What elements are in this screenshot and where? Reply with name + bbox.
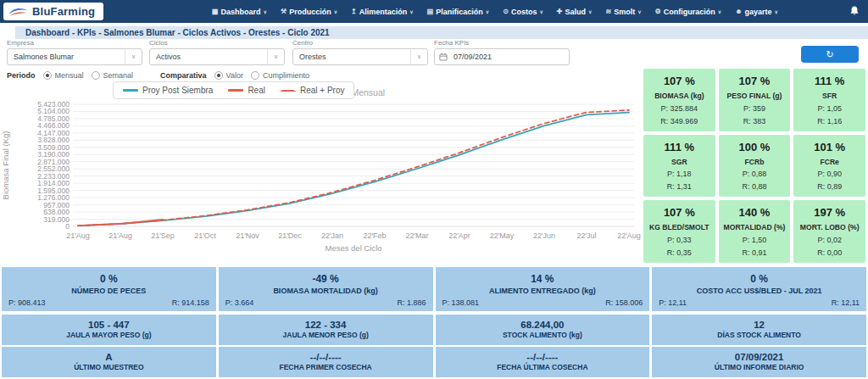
production-icon: ⚒ (281, 8, 287, 15)
summary-numero-de-peces: 0 %NÚMERO DE PECESP: 908.413R: 914.158 (2, 267, 216, 311)
summary-fecha-primer-cosecha: --/--/----FECHA PRIMER COSECHA (219, 347, 433, 377)
brand-logo[interactable]: BluFarming (3, 3, 103, 20)
chevron-down-icon: ∨ (486, 8, 489, 14)
summary-stock-alimento: 68.244,00STOCK ALIMENTO (kg) (436, 315, 650, 345)
periodo-group-label: Periodo (7, 71, 36, 80)
legend-proy-post-siembra[interactable]: Proy Post Siembra (123, 86, 213, 95)
top-navbar: BluFarming ▦Dashboard∨ ⚒Producción∨ ↥Ali… (0, 0, 868, 23)
chevron-down-icon: ∨ (588, 8, 592, 14)
kpi-card-kg-bled-smolt: 107 %KG BLED/SMOLTP: 0,33R: 0,35 (643, 200, 715, 263)
fecha-kpis-date-input[interactable]: 07/09/2021 (434, 48, 570, 65)
chart-panel: Periodo Mensual Semanal Comparativa Valo… (0, 67, 642, 265)
kpi-card-sfr: 111 %SFRP: 1,05R: 1,16 (793, 69, 865, 131)
svg-text:22'Feb: 22'Feb (363, 231, 386, 240)
chevron-down-icon: ∨ (334, 8, 337, 14)
kpi-card-grid: 107 %BIOMASA (kg)P: 325.884R: 349.969 10… (643, 69, 865, 263)
legend-real-proy[interactable]: Real + Proy (281, 86, 345, 95)
feeding-icon: ↥ (351, 8, 357, 15)
refresh-icon: ↻ (826, 49, 833, 59)
menu-salud[interactable]: ✚Salud∨ (557, 8, 593, 16)
centro-select[interactable]: Orestes ∨ (292, 48, 428, 65)
menu-produccion[interactable]: ⚒Producción∨ (281, 8, 337, 16)
svg-text:Meses del Ciclo: Meses del Ciclo (325, 243, 381, 253)
chevron-down-icon: ∨ (267, 49, 284, 64)
summary-ultimo-informe-diario: 07/09/2021ÚLTIMO INFORME DIARIO (652, 347, 866, 377)
svg-text:22'Jun: 22'Jun (533, 231, 555, 240)
kpi-card-mort-lobo: 197 %MORT. LOBO (%)P: 0,02R: 0,00 (793, 200, 865, 263)
svg-text:Biomasa Final (Kg): Biomasa Final (Kg) (1, 131, 10, 200)
kpi-card-biomasa: 107 %BIOMASA (kg)P: 325.884R: 349.969 (643, 69, 715, 131)
kpi-card-fcre: 101 %FCReP: 0,90R: 0,89 (793, 135, 865, 198)
centro-label: Centro (292, 39, 428, 47)
ciclos-select[interactable]: Activos ∨ (149, 48, 285, 65)
chevron-down-icon: ∨ (409, 8, 413, 14)
summary-dias-stock-alimento: 12DÍAS STOCK ALIMENTO (652, 315, 866, 345)
chevron-down-icon: ∨ (125, 49, 142, 64)
refresh-button[interactable]: ↻ (801, 46, 859, 63)
svg-text:22'Apr: 22'Apr (448, 231, 470, 240)
summary-row-2: 105 - 447JAULA MAYOR PESO (g) 122 - 334J… (2, 315, 866, 345)
summary-jaula-mayor-peso: 105 - 447JAULA MAYOR PESO (g) (2, 315, 216, 345)
empresa-select[interactable]: Salmones Blumar ∨ (7, 48, 142, 65)
summary-jaula-menor-peso: 122 - 334JAULA MENOR PESO (g) (219, 315, 433, 345)
wave-logo-icon (8, 6, 29, 18)
chevron-down-icon: ∨ (637, 8, 641, 14)
chevron-down-icon: ∨ (264, 8, 267, 14)
summary-fecha-ultima-cosecha: --/--/----FECHA ÚLTIMA COSECHA (436, 347, 650, 377)
empresa-label: Empresa (7, 39, 142, 47)
red-dashed-swatch (281, 90, 296, 92)
svg-text:21'Aug: 21'Aug (66, 231, 90, 240)
kpi-card-sgr: 111 %SGRP: 1,18R: 1,31 (643, 135, 715, 198)
radio-semanal[interactable]: Semanal (92, 71, 134, 80)
radio-dot (92, 71, 100, 80)
menu-planificacion[interactable]: ▤Planificación∨ (427, 8, 490, 16)
comparativa-group-label: Comparativa (160, 71, 207, 80)
radio-dot (251, 71, 259, 80)
chart-controls: Periodo Mensual Semanal Comparativa Valo… (7, 71, 309, 80)
fecha-kpis-label: Fecha KPIs (434, 39, 570, 47)
breadcrumb: Dashboard - KPIs - Salmones Blumar - Cic… (15, 26, 868, 39)
svg-text:5.423.000: 5.423.000 (37, 100, 70, 109)
svg-text:22'Aug: 22'Aug (617, 231, 641, 240)
radio-cumplimiento[interactable]: Cumplimiento (251, 71, 309, 80)
kpi-card-mortalidad: 140 %MORTALIDAD (%)P: 1,50R: 0,91 (719, 200, 791, 263)
summary-alimento-entregado: 14 %ALIMENTO ENTREGADO (kg)P: 138.081R: … (436, 267, 650, 311)
main-menu: ▦Dashboard∨ ⚒Producción∨ ↥Alimentación∨ … (212, 0, 778, 23)
svg-text:22'Mar: 22'Mar (405, 231, 428, 240)
notifications-bell-icon[interactable] (849, 5, 860, 20)
legend-real[interactable]: Real (228, 86, 265, 95)
svg-text:21'Oct: 21'Oct (194, 231, 216, 240)
menu-smolt[interactable]: ≋Smolt∨ (605, 8, 641, 16)
calendar-icon (435, 53, 452, 61)
empresa-filter: Empresa Salmones Blumar ∨ (7, 39, 142, 65)
svg-text:21'Aug: 21'Aug (108, 231, 132, 240)
summary-biomasa-mortalidad: -49 %BIOMASA MORTALIDAD (kg)P: 3.664R: 1… (219, 267, 433, 311)
ciclos-filter: Ciclos Activos ∨ (149, 39, 285, 65)
brand-name: BluFarming (32, 5, 95, 18)
svg-text:21'Dec: 21'Dec (278, 231, 302, 240)
chevron-down-icon: ∨ (775, 8, 778, 14)
centro-filter: Centro Orestes ∨ (292, 39, 428, 65)
summary-ultimo-muestreo: AÚLTIMO MUESTREO (2, 347, 216, 377)
menu-dashboard[interactable]: ▦Dashboard∨ (212, 8, 267, 16)
chevron-down-icon: ∨ (718, 8, 721, 14)
menu-alimentacion[interactable]: ↥Alimentación∨ (351, 8, 414, 16)
summary-costo-acc: 0 %COSTO ACC US$/BLED - JUL 2021P: 12,11… (652, 267, 866, 311)
menu-user[interactable]: ☻gayarte∨ (735, 8, 778, 16)
health-icon: ✚ (557, 8, 563, 15)
ciclos-label: Ciclos (149, 39, 285, 47)
svg-text:22'Jan: 22'Jan (321, 231, 343, 240)
red-line-swatch (228, 89, 243, 92)
kpi-card-fcrb: 100 %FCRbP: 0,88R: 0,88 (719, 135, 791, 198)
summary-row-1: 0 %NÚMERO DE PECESP: 908.413R: 914.158 -… (2, 267, 866, 311)
menu-costos[interactable]: ⊙Costos∨ (503, 8, 543, 16)
planning-icon: ▤ (427, 8, 434, 15)
radio-mensual[interactable]: Mensual (43, 71, 84, 80)
radio-dot (214, 71, 223, 80)
radio-valor[interactable]: Valor (214, 71, 243, 80)
fecha-kpis-filter: Fecha KPIs 07/09/2021 (434, 39, 570, 65)
summary-row-3: AÚLTIMO MUESTREO --/--/----FECHA PRIMER … (2, 347, 866, 377)
gear-icon: ⚙ (655, 8, 661, 15)
biomass-line-chart: 0319.000638.000957.0001.276.0001.595.000… (0, 98, 642, 265)
menu-configuracion[interactable]: ⚙Configuración∨ (655, 8, 722, 16)
